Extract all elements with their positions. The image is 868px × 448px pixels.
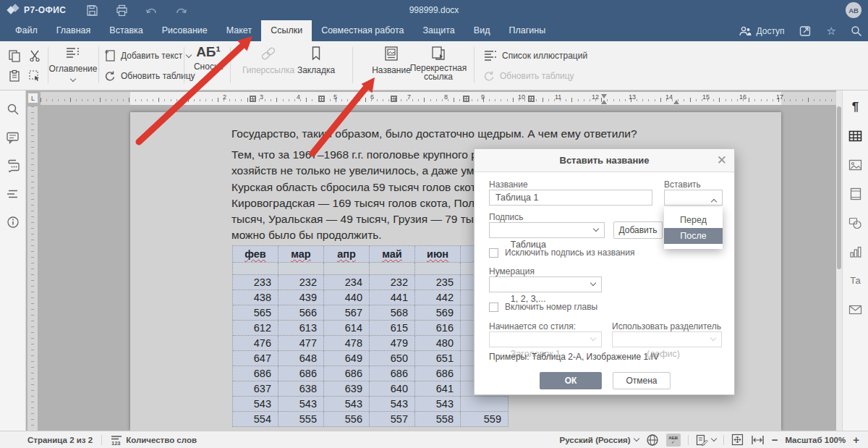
paragraph-line[interactable]: можно было бы продолжить. xyxy=(231,227,493,243)
table-cell[interactable]: 232 xyxy=(278,275,324,289)
vertical-scrollbar[interactable] xyxy=(836,90,842,431)
access-button[interactable]: Доступ xyxy=(739,26,784,36)
headings-icon[interactable] xyxy=(6,187,20,201)
textart-settings-icon[interactable]: Та xyxy=(848,274,863,288)
table-cell[interactable]: 614 xyxy=(324,321,370,335)
favorite-star-icon[interactable]: ☆ xyxy=(827,25,836,36)
table-column-marker[interactable] xyxy=(318,96,325,102)
table-cell[interactable]: 559 xyxy=(461,412,508,426)
caption-type-combo[interactable]: Таблица xyxy=(489,222,605,238)
paragraph-settings-icon[interactable]: ¶ xyxy=(848,100,863,114)
table-settings-icon[interactable] xyxy=(848,129,863,143)
left-indent-marker[interactable] xyxy=(601,100,607,104)
page-indicator[interactable]: Страница 2 из 2 xyxy=(27,436,93,444)
dialog-titlebar[interactable]: Вставить название ✕ xyxy=(475,149,734,172)
first-line-indent-marker[interactable] xyxy=(601,94,607,98)
tab-Вид[interactable]: Вид xyxy=(464,20,500,41)
tab-Макет[interactable]: Макет xyxy=(217,20,261,41)
table-cell[interactable]: 651 xyxy=(415,351,461,365)
table-cell[interactable]: 441 xyxy=(370,290,415,305)
undo-icon[interactable] xyxy=(145,4,158,17)
document-table[interactable]: февмарапрмайиюниюл 233232234232235438439… xyxy=(232,245,509,427)
paragraph-line[interactable]: Кировоградская — 169 тысяч голов скота, … xyxy=(231,195,493,211)
table-cell[interactable]: 232 xyxy=(370,275,415,289)
exclude-label-checkbox[interactable]: Исключить подпись из названия xyxy=(489,248,634,258)
footnote-button[interactable]: АБ¹ Сноска xyxy=(190,44,227,79)
scrollbar-thumb[interactable] xyxy=(837,106,841,269)
mailmerge-icon[interactable] xyxy=(848,303,863,317)
add-label-button[interactable]: Добавить xyxy=(613,221,663,239)
table-cell[interactable]: 648 xyxy=(278,351,324,365)
cancel-button[interactable]: Отмена xyxy=(613,372,671,389)
table-cell[interactable]: 234 xyxy=(324,275,370,289)
tab-Рисование[interactable]: Рисование xyxy=(153,20,217,41)
table-header-cell[interactable]: июн xyxy=(415,246,461,262)
dropdown-option-before[interactable]: Перед xyxy=(664,212,723,228)
right-indent-marker[interactable] xyxy=(673,100,679,104)
share-icon[interactable] xyxy=(799,25,812,37)
table-cell[interactable]: 480 xyxy=(415,336,461,350)
bookmark-button[interactable]: Закладка xyxy=(294,46,338,75)
caption-name-input[interactable]: Таблица 1 xyxy=(489,190,652,206)
table-cell[interactable]: 565 xyxy=(233,305,278,320)
ok-button[interactable]: ОК xyxy=(540,372,602,389)
toc-button[interactable]: Оглавление xyxy=(51,46,95,81)
language-selector[interactable]: Русский (Россия) xyxy=(559,436,638,444)
paste-button[interactable] xyxy=(6,67,23,85)
tab-Ссылки[interactable]: Ссылки xyxy=(261,20,312,41)
table-cell[interactable]: 686 xyxy=(278,366,324,381)
shape-settings-icon[interactable] xyxy=(848,216,863,230)
table-header-cell[interactable]: мар xyxy=(278,246,324,262)
table-cell[interactable]: 440 xyxy=(324,290,370,305)
table-cell[interactable]: 686 xyxy=(324,366,370,381)
table-cell[interactable]: 554 xyxy=(233,412,278,426)
table-cell[interactable]: 640 xyxy=(370,381,415,396)
crossref-button[interactable]: Перекрестная ссылка xyxy=(409,46,467,81)
paragraph-1[interactable]: Государство, таким образом, было достато… xyxy=(231,127,637,140)
table-cell[interactable]: 478 xyxy=(324,336,370,350)
table-cell[interactable]: 439 xyxy=(278,290,324,305)
zoom-in-button[interactable]: + xyxy=(853,434,859,446)
save-icon[interactable] xyxy=(86,4,98,17)
table-cell[interactable]: 569 xyxy=(415,305,461,320)
table-cell[interactable]: 641 xyxy=(415,381,461,396)
update-toc-button[interactable]: Обновить таблицу xyxy=(104,68,195,84)
paragraph-line[interactable]: тысяч, Уральская — 49 тысяч, Грузия — 79… xyxy=(231,211,493,227)
cut-button[interactable] xyxy=(26,47,43,64)
tab-Защита[interactable]: Защита xyxy=(414,20,464,41)
table-cell[interactable]: 477 xyxy=(278,336,324,350)
table-cell[interactable]: 686 xyxy=(415,366,461,381)
table-cell[interactable]: 558 xyxy=(415,412,461,426)
table-cell[interactable]: 647 xyxy=(233,351,278,365)
close-icon[interactable]: ✕ xyxy=(717,149,727,172)
table-column-marker[interactable] xyxy=(391,96,397,102)
chart-settings-icon[interactable] xyxy=(848,245,863,259)
table-cell[interactable]: 616 xyxy=(415,321,461,335)
table-cell[interactable]: 543 xyxy=(370,397,415,411)
tab-Совместная работа[interactable]: Совместная работа xyxy=(312,20,413,41)
table-cell[interactable]: 233 xyxy=(233,275,278,289)
spellcheck-toggle[interactable]: АБВ✓ xyxy=(666,434,681,447)
table-cell[interactable]: 566 xyxy=(278,305,324,320)
paragraph-line[interactable]: Тем, что за 1967–1968 г.г. поголовье кру… xyxy=(231,147,493,163)
table-cell[interactable] xyxy=(278,263,324,274)
header-footer-settings-icon[interactable] xyxy=(848,187,863,201)
table-cell[interactable]: 637 xyxy=(233,381,278,396)
table-cell[interactable] xyxy=(461,397,508,411)
search-icon[interactable] xyxy=(851,25,862,37)
table-cell[interactable]: 479 xyxy=(370,336,415,350)
table-cell[interactable]: 649 xyxy=(324,351,370,365)
table-cell[interactable]: 543 xyxy=(415,397,461,411)
select-all-button[interactable] xyxy=(26,67,43,85)
table-cell[interactable]: 235 xyxy=(415,275,461,289)
table-cell[interactable]: 650 xyxy=(370,351,415,365)
table-cell[interactable]: 615 xyxy=(370,321,415,335)
table-header-cell[interactable]: фев xyxy=(233,246,278,262)
vertical-ruler[interactable] xyxy=(27,106,38,431)
word-count-button[interactable]: 123 Количество слов xyxy=(111,434,197,446)
table-cell[interactable]: 543 xyxy=(233,397,278,411)
horizontal-ruler[interactable]: 1234567891011121314151617 xyxy=(41,92,836,105)
find-icon[interactable] xyxy=(6,102,20,117)
image-settings-icon[interactable] xyxy=(848,158,863,172)
avatar[interactable]: AB xyxy=(846,2,861,18)
